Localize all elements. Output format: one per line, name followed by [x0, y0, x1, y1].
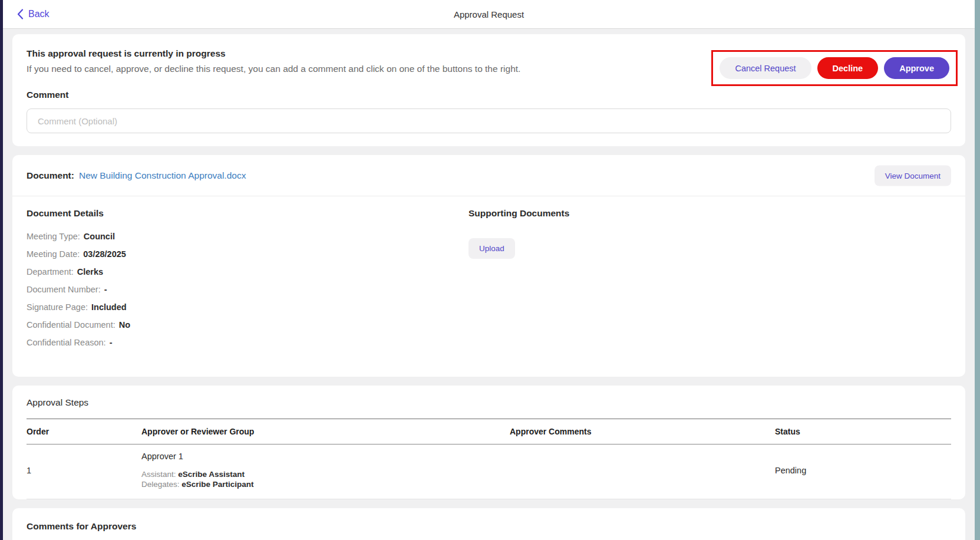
upload-button[interactable]: Upload: [468, 238, 515, 259]
detail-row-department: Department:Clerks: [27, 267, 468, 276]
detail-value: -: [104, 285, 107, 294]
approval-steps-heading: Approval Steps: [27, 397, 951, 419]
detail-value: Clerks: [77, 267, 103, 276]
comment-label: Comment: [27, 90, 951, 100]
approve-button[interactable]: Approve: [884, 57, 949, 79]
column-header-status: Status: [775, 419, 951, 444]
column-header-order: Order: [27, 419, 141, 444]
left-edge-strip: [0, 0, 3, 540]
comments-for-approvers-card: Comments for Approvers: [12, 508, 965, 540]
comment-input[interactable]: [27, 108, 951, 133]
table-row: 1 Approver 1 Assistant: eScribe Assistan…: [27, 444, 951, 499]
column-header-group: Approver or Reviewer Group: [141, 419, 510, 444]
assistant-value: eScribe Assistant: [178, 470, 245, 479]
detail-label: Confidential Reason:: [27, 338, 106, 347]
decline-button[interactable]: Decline: [817, 57, 879, 79]
comments-for-approvers-heading: Comments for Approvers: [27, 521, 951, 532]
column-header-comments: Approver Comments: [510, 419, 775, 444]
detail-label: Document Number:: [27, 285, 101, 294]
page-title: Approval Request: [3, 0, 975, 28]
detail-label: Department:: [27, 267, 74, 276]
detail-row-document-number: Document Number:-: [27, 285, 468, 294]
cell-comments: [510, 444, 775, 499]
approval-steps-table: Order Approver or Reviewer Group Approve…: [27, 419, 951, 499]
document-header-row: Document: New Building Construction Appr…: [12, 155, 965, 196]
document-details-heading: Document Details: [27, 208, 468, 219]
scrollbar-strip[interactable]: [975, 0, 980, 540]
detail-value: Included: [91, 302, 127, 312]
cell-group: Approver 1 Assistant: eScribe Assistant …: [141, 444, 510, 499]
detail-label: Confidential Document:: [27, 320, 116, 330]
page-content: This approval request is currently in pr…: [3, 29, 975, 540]
document-body: Document Details Meeting Type:Council Me…: [12, 196, 965, 377]
detail-row-confidential-reason: Confidential Reason:-: [27, 338, 468, 347]
detail-value: No: [119, 320, 130, 330]
detail-label: Signature Page:: [27, 302, 88, 312]
delegates-value: eScribe Participant: [182, 480, 253, 489]
status-subtext: If you need to cancel, approve, or decli…: [27, 64, 557, 74]
detail-label: Meeting Type:: [27, 232, 80, 241]
cancel-request-button[interactable]: Cancel Request: [720, 57, 811, 79]
cell-order: 1: [27, 444, 141, 499]
document-details-section: Document Details Meeting Type:Council Me…: [27, 208, 468, 355]
detail-value: -: [110, 338, 113, 347]
detail-value: Council: [84, 232, 115, 241]
document-label: Document:: [27, 170, 74, 181]
status-card: This approval request is currently in pr…: [12, 34, 965, 146]
view-document-button[interactable]: View Document: [875, 165, 951, 186]
document-details-list: Meeting Type:Council Meeting Date:03/28/…: [27, 232, 468, 347]
detail-row-signature-page: Signature Page:Included: [27, 302, 468, 312]
table-header-row: Order Approver or Reviewer Group Approve…: [27, 419, 951, 444]
action-buttons-annotation-box: Cancel Request Decline Approve: [711, 50, 958, 86]
assistant-line: Assistant: eScribe Assistant: [141, 469, 510, 479]
top-header-bar: Back Approval Request: [3, 0, 975, 29]
detail-value: 03/28/2025: [83, 249, 126, 259]
detail-row-meeting-type: Meeting Type:Council: [27, 232, 468, 241]
supporting-documents-heading: Supporting Documents: [468, 208, 951, 219]
detail-label: Meeting Date:: [27, 249, 80, 259]
supporting-documents-section: Supporting Documents Upload: [468, 208, 951, 355]
approver-group-name: Approver 1: [141, 452, 510, 461]
detail-row-meeting-date: Meeting Date:03/28/2025: [27, 249, 468, 259]
delegates-line: Delegates: eScribe Participant: [141, 479, 510, 489]
cell-status: Pending: [775, 444, 951, 499]
assistant-label: Assistant:: [141, 470, 176, 479]
approval-steps-card: Approval Steps Order Approver or Reviewe…: [12, 386, 965, 499]
document-link[interactable]: New Building Construction Approval.docx: [79, 170, 246, 181]
delegates-label: Delegates:: [141, 480, 180, 489]
detail-row-confidential-document: Confidential Document:No: [27, 320, 468, 330]
document-card: Document: New Building Construction Appr…: [12, 155, 965, 377]
